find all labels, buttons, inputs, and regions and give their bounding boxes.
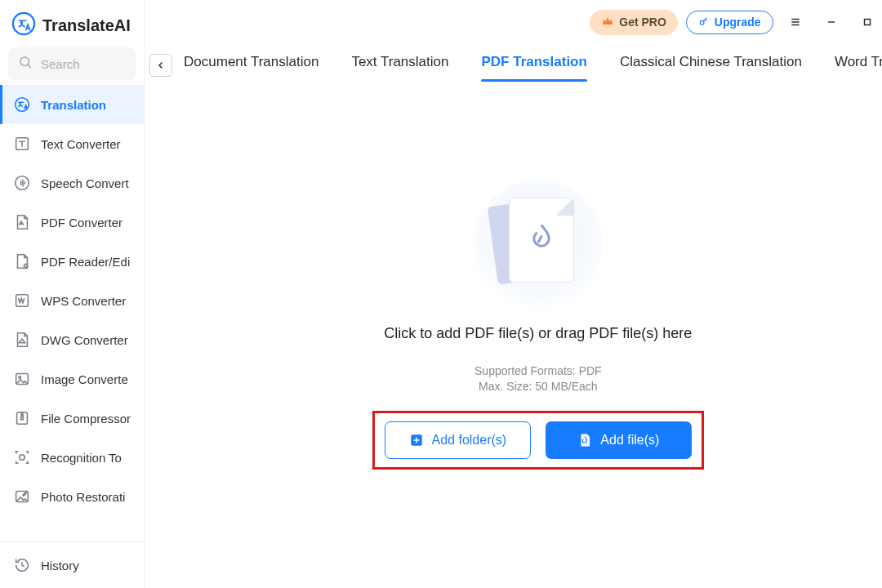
svg-point-12 [20,455,24,460]
add-folder-icon [409,433,424,448]
content-area: Click to add PDF file(s) or drag PDF fil… [145,82,882,588]
main: Get PRO Upgrade [145,0,882,588]
sidebar-item-label: PDF Reader/Edi [41,255,130,269]
search-icon [18,55,33,73]
tab-document-translation[interactable]: Document Translation [184,49,318,82]
get-pro-button[interactable]: Get PRO [590,10,678,35]
tab-classical-chinese-translation[interactable]: Classical Chinese Translation [620,49,802,82]
sidebar-item-label: WPS Converter [41,294,126,308]
svg-point-0 [13,13,34,34]
tab-text-translation[interactable]: Text Translation [351,49,448,82]
sidebar-item-label: Translation [41,98,106,112]
hamburger-menu-button[interactable] [782,11,809,33]
svg-point-5 [16,176,29,190]
sidebar-item-speech-convert[interactable]: Speech Convert [0,163,144,203]
pdf-converter-icon [13,213,31,231]
wps-converter-icon [13,292,31,310]
image-converter-icon [13,370,31,388]
sidebar-item-file-compressor[interactable]: File Compressor [0,399,144,438]
dwg-converter-icon [13,331,31,349]
sidebar-item-text-converter[interactable]: Text Converter [0,124,144,163]
sidebar-item-translation[interactable]: Translation [0,85,144,124]
recognition-icon [13,448,31,466]
search-input[interactable] [41,57,126,71]
svg-rect-11 [21,417,24,420]
sidebar-item-label: PDF Converter [41,216,122,229]
action-buttons-highlight: Add folder(s) Add file(s) [372,411,704,470]
brand: TranslateAI [0,0,144,47]
drop-title: Click to add PDF file(s) or drag PDF fil… [372,325,704,342]
photo-restoration-icon [13,488,31,506]
history-icon [13,556,31,574]
sidebar-item-label: File Compressor [41,412,131,425]
upgrade-button[interactable]: Upgrade [686,11,773,34]
drop-zone[interactable]: Click to add PDF file(s) or drag PDF fil… [372,180,704,470]
add-folder-button[interactable]: Add folder(s) [385,421,531,459]
sidebar-item-label: Photo Restorati [41,490,125,504]
tabs: Document Translation Text Translation PD… [184,49,882,82]
svg-point-1 [20,57,29,66]
sidebar-item-dwg-converter[interactable]: DWG Converter [0,320,144,359]
sidebar-item-label: Recognition To [41,451,122,465]
tab-pdf-translation[interactable]: PDF Translation [481,49,586,82]
supported-formats: Supported Formats: PDF [372,363,704,379]
brand-name: TranslateAI [42,16,131,35]
tabs-container: Document Translation Text Translation PD… [145,41,882,82]
max-size: Max. Size: 50 MB/Each [372,379,704,394]
search-box[interactable] [8,47,136,80]
window-maximize-button[interactable] [853,11,881,33]
crown-icon [601,15,614,30]
sidebar: TranslateAI Translation Text Converter [0,0,145,588]
svg-line-2 [28,65,30,67]
sidebar-item-pdf-reader[interactable]: PDF Reader/Edi [0,242,144,281]
sidebar-item-recognition-tools[interactable]: Recognition To [0,438,144,477]
tabs-back-button[interactable] [149,54,172,77]
window-minimize-button[interactable] [817,11,845,33]
sidebar-item-history[interactable]: History [0,542,144,588]
sidebar-bottom: History [0,541,144,588]
sidebar-item-label: DWG Converter [41,333,128,347]
add-file-label: Add file(s) [600,433,659,448]
sidebar-item-image-converter[interactable]: Image Converte [0,359,144,399]
key-icon [698,16,710,29]
add-folder-label: Add folder(s) [432,433,507,448]
drop-subtitle: Supported Formats: PDF Max. Size: 50 MB/… [372,363,704,394]
add-file-icon [577,433,592,448]
svg-point-6 [24,264,28,267]
tab-word-translation[interactable]: Word Translatio [835,49,882,82]
pdf-file-illustration [473,180,604,310]
sidebar-item-label: Text Converter [41,137,121,151]
sidebar-nav: Translation Text Converter Speech Conver… [0,85,144,516]
sidebar-item-wps-converter[interactable]: WPS Converter [0,281,144,320]
file-compressor-icon [13,409,31,427]
brand-logo-icon [11,11,36,39]
search-container [0,47,144,85]
svg-point-3 [16,98,29,112]
pdf-icon [523,220,559,260]
sidebar-item-label: Image Converte [41,372,128,386]
sidebar-item-pdf-converter[interactable]: PDF Converter [0,203,144,242]
sidebar-item-photo-restoration[interactable]: Photo Restorati [0,477,144,516]
sidebar-item-label: History [41,559,79,572]
svg-point-14 [700,20,704,24]
upgrade-label: Upgrade [715,16,761,29]
add-file-button[interactable]: Add file(s) [546,421,692,459]
titlebar: Get PRO Upgrade [145,0,882,41]
svg-point-9 [19,376,21,379]
sidebar-item-label: Speech Convert [41,176,129,190]
svg-rect-19 [864,20,870,25]
text-converter-icon [13,135,31,153]
translation-icon [13,96,31,114]
pdf-reader-icon [13,252,31,270]
get-pro-label: Get PRO [619,16,666,29]
speech-convert-icon [13,174,31,192]
